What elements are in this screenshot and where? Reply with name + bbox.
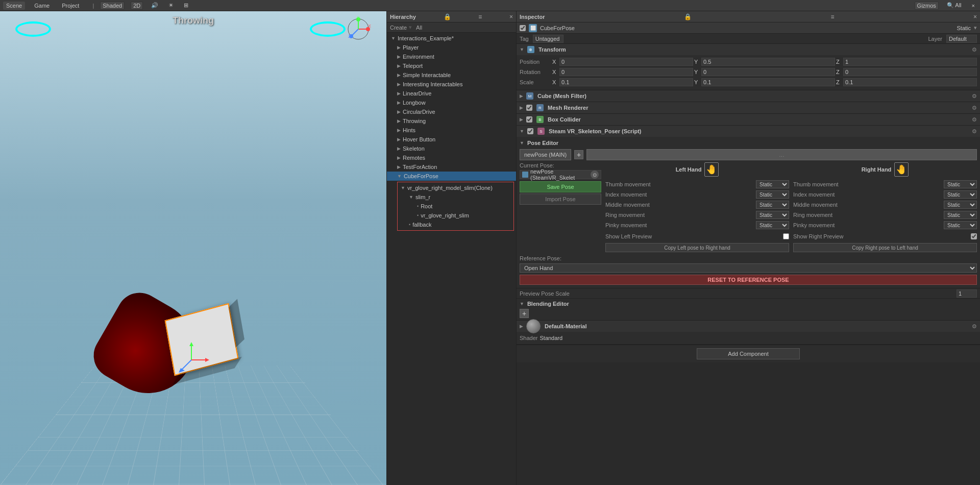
ring-left-dropdown[interactable]: StaticFreeLocked [756,211,789,219]
inspector-menu-btn[interactable]: ≡ [830,13,834,20]
material-header[interactable]: ▶ Default-Material ⚙ [517,321,980,332]
middle-left-dropdown[interactable]: StaticFreeLocked [756,201,789,209]
hier-all-btn[interactable]: All [416,25,422,31]
box-collider-checkbox[interactable] [526,116,532,123]
transform-settings-btn[interactable]: ⚙ [972,46,977,53]
preview-scale-input[interactable] [957,289,977,298]
transform-header[interactable]: ▼ ⊕ Transform ⚙ [517,44,980,55]
box-collider-settings-btn[interactable]: ⚙ [972,116,977,123]
pose-select-btn[interactable]: ⊙ [591,171,599,179]
static-dropdown-arrow[interactable]: ▾ [974,25,977,31]
new-pose-main-btn[interactable]: newPose (MAIN) [520,149,571,160]
render-mode-dropdown[interactable]: Shaded [100,2,125,10]
import-pose-btn[interactable]: Import Pose [520,193,601,205]
scale-y-input[interactable] [701,78,835,86]
current-pose-field[interactable]: newPose (SteamVR_Skelet ⊙ [520,170,601,179]
hierarchy-close-btn[interactable]: × [509,13,513,20]
scene-canvas[interactable]: Throwing X Y Z [0,11,386,485]
gizmos-btn[interactable]: Gizmos [915,2,939,10]
copy-right-to-left-btn[interactable]: Copy Right pose to Left hand [793,243,977,252]
extras-btn[interactable]: ⊞ [182,2,190,9]
tag-value[interactable]: Untagged [533,35,564,43]
tab-scene[interactable]: Scene [3,2,25,10]
inspector-close-btn[interactable]: × [973,13,977,20]
list-item[interactable]: ▼ slim_r [399,192,512,202]
hierarchy-lock-btn[interactable]: 🔒 [444,13,451,20]
pinky-left-dropdown[interactable]: StaticFreeLocked [756,221,789,229]
hier-root[interactable]: ▼ Interactions_Example* [387,34,516,43]
scale-z-input[interactable] [843,78,977,86]
list-item[interactable]: ▶ LinearDrive [387,89,516,98]
scale-x-input[interactable] [559,78,693,86]
add-pose-btn[interactable]: + [574,150,583,159]
show-left-preview-checkbox[interactable] [783,233,789,239]
inspector-lock-btn[interactable]: 🔒 [684,13,692,20]
thumb-right-dropdown[interactable]: StaticFreeLocked [944,180,977,188]
pos-x-input[interactable] [559,58,693,66]
pos-z-input[interactable] [843,58,977,66]
ring-right-row: Ring movement StaticFreeLocked [793,210,977,220]
reference-pose-dropdown[interactable]: Open Hand Fist Flat [520,263,977,273]
hier-create-btn[interactable]: Create [390,25,407,31]
list-item[interactable]: • fallback [399,220,512,229]
pos-y-input[interactable] [701,58,835,66]
hier-arrow: ▶ [397,82,401,87]
thumb-left-dropdown[interactable]: StaticFreeLocked [756,180,789,188]
list-item[interactable]: ▶ Player [387,43,516,52]
tab-project[interactable]: Project [59,2,82,10]
box-collider-header[interactable]: ▶ B Box Collider ⚙ [517,114,980,125]
mesh-renderer-checkbox[interactable] [526,105,532,111]
pose-extra-btn[interactable]: … [586,149,977,160]
rot-y-input[interactable] [701,68,835,76]
list-item[interactable]: ▶ Remotes [387,153,516,162]
right-hand-column: Right Hand 🤚 Thumb movement StaticFreeLo… [793,162,977,252]
list-item[interactable]: ▶ Environment [387,52,516,61]
list-item[interactable]: ▶ TestForAction [387,162,516,172]
blending-add-btn[interactable]: + [520,309,529,318]
hier-item-cubeforpose[interactable]: ▼ CubeForPose [387,172,516,181]
tab-game[interactable]: Game [31,2,53,10]
object-active-checkbox[interactable] [520,25,526,31]
show-right-preview-checkbox[interactable] [971,233,977,239]
list-item[interactable]: ▶ Hover Button [387,135,516,144]
mesh-filter-settings-btn[interactable]: ⚙ [972,93,977,100]
skeleton-poser-settings-btn[interactable]: ⚙ [972,128,977,135]
list-item[interactable]: ▶ Hints [387,126,516,135]
pinky-right-dropdown[interactable]: StaticFreeLocked [944,221,977,229]
ring-right-dropdown[interactable]: StaticFreeLocked [944,211,977,219]
mesh-renderer-header[interactable]: ▶ R Mesh Renderer ⚙ [517,102,980,113]
scene-close-btn[interactable]: × [970,2,977,9]
svg-text:Z: Z [348,34,351,39]
save-pose-btn[interactable]: Save Pose [520,181,601,192]
object-name-field[interactable]: CubeForPose [540,25,953,31]
audio-btn[interactable]: 🔊 [149,2,160,9]
index-left-dropdown[interactable]: StaticFreeLocked [756,190,789,199]
list-item[interactable]: ▶ CircularDrive [387,107,516,116]
list-item[interactable]: ▼ vr_glove_right_model_slim(Clone) [399,183,512,192]
list-item[interactable]: ▶ Simple Interactable [387,70,516,80]
add-component-btn[interactable]: Add Component [697,348,800,359]
layer-value[interactable]: Default [946,35,977,43]
list-item[interactable]: ▶ Throwing [387,116,516,126]
list-item[interactable]: • vr_glove_right_slim [399,211,512,220]
list-item[interactable]: • Root [399,202,512,211]
mesh-renderer-settings-btn[interactable]: ⚙ [972,105,977,111]
mesh-filter-header[interactable]: ▶ M Cube (Mesh Filter) ⚙ [517,90,980,102]
rot-z-input[interactable] [843,68,977,76]
skeleton-poser-checkbox[interactable] [527,128,533,134]
list-item[interactable]: ▶ Interesting Interactables [387,80,516,89]
copy-left-to-right-btn[interactable]: Copy Left pose to Right hand [605,243,789,252]
list-item[interactable]: ▶ Skeleton [387,144,516,153]
effects-btn[interactable]: ☀ [166,2,176,9]
middle-right-dropdown[interactable]: StaticFreeLocked [944,201,977,209]
hierarchy-menu-btn[interactable]: ≡ [478,13,482,20]
material-settings-btn[interactable]: ⚙ [972,323,977,330]
search-input[interactable]: 🔍 All [945,2,964,9]
rot-x-input[interactable] [559,68,693,76]
list-item[interactable]: ▶ Teleport [387,61,516,70]
index-right-dropdown[interactable]: StaticFreeLocked [944,190,977,199]
skeleton-poser-header[interactable]: ▼ S Steam VR_Skeleton_Poser (Script) ⚙ [517,126,980,137]
list-item[interactable]: ▶ Longbow [387,98,516,107]
reset-to-reference-pose-btn[interactable]: RESET TO REFERENCE POSE [520,275,977,285]
2d-toggle[interactable]: 2D [131,2,143,10]
